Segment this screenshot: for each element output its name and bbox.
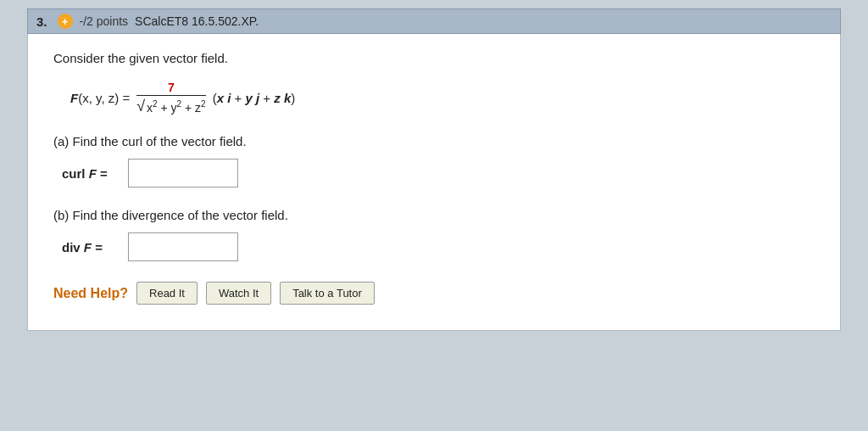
talk-to-tutor-button[interactable]: Talk to a Tutor xyxy=(280,282,375,305)
denominator-expr: x2 + y2 + z2 xyxy=(147,99,206,115)
curl-input[interactable] xyxy=(128,159,238,188)
sqrt-symbol: √ xyxy=(136,98,145,115)
curl-label: curl F = xyxy=(62,166,121,181)
question-body: Consider the given vector field. F(x, y,… xyxy=(27,34,841,331)
vector-expr: (x i + y j + z k) xyxy=(213,91,296,105)
denominator-wrap: √ x2 + y2 + z2 xyxy=(136,95,206,115)
fraction: 7 √ x2 + y2 + z2 xyxy=(136,81,206,115)
read-it-button[interactable]: Read It xyxy=(136,282,198,305)
question-header: 3. + -/2 points SCalcET8 16.5.502.XP. xyxy=(27,8,841,34)
outer-container: 3. + -/2 points SCalcET8 16.5.502.XP. Co… xyxy=(27,8,841,331)
answer-row-b: div F = xyxy=(53,232,815,261)
section-part-b: (b) Find the divergence of the vector fi… xyxy=(53,208,815,261)
div-input[interactable] xyxy=(128,232,238,261)
numerator: 7 xyxy=(168,81,175,95)
question-number: 3. xyxy=(36,14,47,29)
part-b-label: (b) Find the divergence of the vector fi… xyxy=(53,208,815,222)
watch-it-button[interactable]: Watch It xyxy=(206,282,271,305)
formula-lhs: F(x, y, z) = xyxy=(70,91,130,105)
formula-area: F(x, y, z) = 7 √ x2 + y2 + z2 (x i + y j… xyxy=(53,81,815,115)
part-a-label: (a) Find the curl of the vector field. xyxy=(53,134,815,148)
help-row: Need Help? Read It Watch It Talk to a Tu… xyxy=(53,282,815,305)
source-text: SCalcET8 16.5.502.XP. xyxy=(135,14,259,28)
formula-line: F(x, y, z) = 7 √ x2 + y2 + z2 (x i + y j… xyxy=(70,81,815,115)
need-help-label: Need Help? xyxy=(53,286,128,301)
intro-text: Consider the given vector field. xyxy=(53,51,815,65)
section-part-a: (a) Find the curl of the vector field. c… xyxy=(53,134,815,188)
answer-row-a: curl F = xyxy=(53,159,815,188)
points-text: -/2 points xyxy=(80,14,129,28)
div-label: div F = xyxy=(62,240,121,255)
plus-icon[interactable]: + xyxy=(58,14,73,29)
